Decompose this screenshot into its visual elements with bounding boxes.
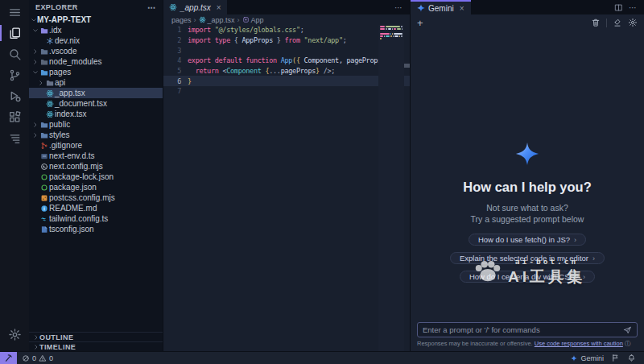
split-editor-icon[interactable] [614, 3, 623, 12]
react-icon [44, 110, 55, 118]
tree-item-package-lock-json[interactable]: package-lock.json [29, 172, 163, 182]
react-icon [44, 89, 55, 97]
tree-item-pages[interactable]: pages [29, 67, 163, 77]
tree-item-app-tsx[interactable]: _app.tsx [29, 88, 163, 98]
file-tree: MY-APP-TEXT.idxdev.nix.vscodenode_module… [29, 14, 163, 234]
tree-item-document-tsx[interactable]: _document.tsx [29, 98, 163, 109]
close-icon[interactable]: × [217, 3, 221, 12]
tree-item-gitignore[interactable]: .gitignore [29, 140, 163, 151]
code-line-5: 5 return <Component {...pageProps} />; [163, 66, 410, 77]
tree-item-dev-nix[interactable]: dev.nix [29, 35, 163, 46]
new-chat-icon[interactable]: + [417, 18, 423, 28]
nix-icon [44, 37, 55, 45]
line-number: 7 [163, 87, 188, 95]
breadcrumb-item-pages[interactable]: pages [171, 16, 192, 24]
tree-item-postcss-config-mjs[interactable]: postcss.config.mjs [29, 192, 163, 203]
tree-item-tailwind-config-ts[interactable]: tailwind.config.ts [29, 213, 163, 224]
tab-gemini[interactable]: Gemini × [411, 0, 471, 14]
line-number: 6 [163, 77, 188, 85]
code-area[interactable]: 1import "@/styles/globals.css";2import t… [163, 25, 410, 351]
code-text: return <Component {...pageProps} />; [188, 67, 410, 75]
tree-item-label: .idx [49, 26, 62, 35]
chevron-right-icon [37, 80, 44, 86]
source-control-icon[interactable] [0, 64, 29, 85]
run-debug-icon[interactable] [0, 85, 29, 106]
tree-item-public[interactable]: public [29, 119, 163, 130]
suggestion-how-do-i-center-a-div-with-c[interactable]: How do I center a div with CSS?› [460, 271, 595, 283]
gear-icon[interactable] [628, 18, 638, 27]
bell-icon[interactable] [627, 354, 636, 362]
code-line-4: 4export default function App({ Component… [163, 56, 410, 66]
readme-icon [39, 205, 49, 213]
tree-item-tsconfig-json[interactable]: tsconfig.json [29, 224, 163, 234]
trash-icon[interactable] [591, 18, 601, 27]
tree-item-node-modules[interactable]: node_modules [29, 56, 163, 67]
tree-item-api[interactable]: api [29, 77, 163, 88]
suggestion-explain-the-selected-code-in[interactable]: Explain the selected code in my editor› [450, 252, 605, 264]
tree-item-readme-md[interactable]: README.md [29, 203, 163, 213]
editor-more-icon[interactable]: ⋯ [394, 3, 403, 12]
gemini-heading: How can I help you? [463, 180, 592, 195]
tree-item-label: tailwind.config.ts [49, 214, 108, 223]
tailwind-icon [39, 215, 49, 223]
gemini-sparkle-logo [515, 142, 539, 169]
gemini-status-item[interactable]: Gemini [571, 354, 604, 362]
tree-item-package-json[interactable]: package.json [29, 182, 163, 192]
scrollbar-thumb[interactable] [404, 64, 410, 68]
line-number: 3 [163, 47, 188, 55]
breadcrumb-separator: › [194, 16, 196, 24]
prompt-input-box [417, 322, 638, 337]
tab-app-tsx[interactable]: _app.tsx × [163, 0, 227, 14]
send-icon[interactable] [623, 325, 632, 334]
prompt-input[interactable] [423, 325, 623, 334]
chevron-down-icon [31, 69, 39, 76]
panel-timeline[interactable]: TIMELINE [29, 341, 163, 351]
code-text: export default function App({ Component,… [188, 56, 410, 64]
chevron-down-icon [31, 27, 39, 34]
editor-actions: ⋯ [388, 0, 410, 14]
tree-item-next-config-mjs[interactable]: next.config.mjs [29, 161, 163, 172]
code-text: } [188, 77, 410, 85]
tree-item-label: package.json [49, 183, 97, 192]
tab-label: Gemini [428, 4, 454, 13]
gear-icon[interactable] [0, 324, 29, 345]
close-icon[interactable]: × [460, 4, 464, 13]
feedback-flag-icon[interactable] [611, 354, 620, 362]
tree-item-label: MY-APP-TEXT [37, 15, 91, 24]
menu-icon[interactable] [0, 2, 29, 23]
caution-link[interactable]: Use code responses with caution [535, 340, 623, 347]
tree-item-label: next-env.d.ts [49, 151, 95, 160]
tree-item-my-app-text[interactable]: MY-APP-TEXT [29, 14, 163, 25]
tree-item-index-tsx[interactable]: index.tsx [29, 109, 163, 119]
tree-item-label: postcss.config.mjs [49, 193, 115, 202]
tree-item-vscode[interactable]: .vscode [29, 46, 163, 56]
suggestion-how-do-i-use-fetch-in-js[interactable]: How do I use fetch() in JS?› [469, 234, 586, 246]
explorer-icon[interactable] [0, 23, 29, 43]
sidebar-spacer [29, 234, 163, 332]
tree-item-label: pages [49, 68, 71, 77]
gemini-panel: Gemini × ⋯ + How can I hel [410, 0, 644, 351]
line-number: 1 [163, 26, 188, 34]
explorer-more-icon[interactable]: ⋯ [147, 3, 156, 12]
gemini-more-icon[interactable]: ⋯ [629, 3, 638, 12]
extensions-icon[interactable] [0, 106, 29, 127]
chevron-right-icon [31, 48, 39, 55]
tree-item-label: dev.nix [55, 36, 80, 45]
npm-icon [39, 184, 49, 192]
search-icon[interactable] [0, 43, 29, 64]
tree-item-styles[interactable]: styles [29, 130, 163, 140]
minimap[interactable] [378, 25, 404, 351]
eraser-icon[interactable] [613, 18, 622, 27]
problems-status[interactable]: 0 0 [22, 354, 53, 362]
status-bar: 0 0 Gemini [0, 351, 644, 364]
stack-icon[interactable] [0, 127, 29, 148]
remote-indicator[interactable] [0, 352, 17, 364]
symbol-icon [242, 16, 250, 23]
tree-item-next-env-d-ts[interactable]: next-env.d.ts [29, 151, 163, 161]
tree-item-label: api [55, 78, 65, 87]
tree-item-idx[interactable]: .idx [29, 25, 163, 35]
breadcrumb-item-app-tsx[interactable]: _app.tsx [199, 16, 235, 24]
panel-outline[interactable]: OUTLINE [29, 332, 163, 341]
breadcrumb-item-app[interactable]: App [242, 16, 264, 24]
tree-item-label: index.tsx [55, 110, 86, 118]
